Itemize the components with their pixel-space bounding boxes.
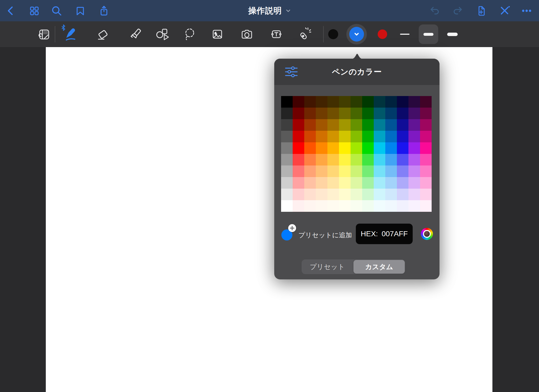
share-button[interactable] [98,4,110,17]
palette-cell[interactable] [385,119,397,131]
shapes-tool-button[interactable] [154,26,171,43]
palette-cell[interactable] [397,165,408,177]
document-title-menu[interactable]: 操作説明 [248,0,291,21]
palette-cell[interactable] [327,189,339,200]
eraser-tool-button[interactable] [94,26,111,43]
palette-cell[interactable] [293,189,304,200]
palette-cell[interactable] [408,131,420,142]
palette-cell[interactable] [374,189,385,200]
palette-cell[interactable] [397,200,408,212]
palette-cell[interactable] [385,142,397,154]
palette-cell[interactable] [327,108,339,119]
palette-cell[interactable] [351,142,362,154]
redo-button[interactable] [451,4,464,17]
palette-cell[interactable] [397,119,408,131]
palette-cell[interactable] [304,189,316,200]
palette-cell[interactable] [362,108,374,119]
palette-cell[interactable] [327,119,339,131]
palette-cell[interactable] [316,108,327,119]
palette-cell[interactable] [293,142,304,154]
add-page-button[interactable] [475,4,487,17]
palette-cell[interactable] [362,154,374,165]
palette-cell[interactable] [339,165,351,177]
palette-cell[interactable] [281,142,293,154]
palette-cell[interactable] [293,200,304,212]
palette-cell[interactable] [385,177,397,189]
palette-cell[interactable] [362,200,374,212]
palette-cell[interactable] [316,131,327,142]
palette-cell[interactable] [385,189,397,200]
hex-input[interactable]: HEX: 007AFF [356,224,413,244]
palette-cell[interactable] [397,154,408,165]
palette-cell[interactable] [316,200,327,212]
palette-cell[interactable] [374,131,385,142]
palette-cell[interactable] [397,108,408,119]
palette-cell[interactable] [397,177,408,189]
palette-cell[interactable] [293,108,304,119]
palette-cell[interactable] [408,119,420,131]
palette-cell[interactable] [362,142,374,154]
bookmark-button[interactable] [74,4,87,17]
palette-cell[interactable] [351,200,362,212]
palette-cell[interactable] [339,177,351,189]
palette-cell[interactable] [374,108,385,119]
palette-cell[interactable] [385,108,397,119]
palette-cell[interactable] [327,177,339,189]
back-button[interactable] [5,4,17,17]
palette-cell[interactable] [316,154,327,165]
undo-button[interactable] [428,4,441,17]
palette-cell[interactable] [304,142,316,154]
palette-cell[interactable] [408,177,420,189]
palette-cell[interactable] [304,131,316,142]
palette-cell[interactable] [339,119,351,131]
palette-cell[interactable] [339,189,351,200]
palette-cell[interactable] [316,142,327,154]
palette-cell[interactable] [327,96,339,108]
palette-cell[interactable] [351,154,362,165]
color-swatch-red[interactable] [378,29,387,39]
palette-cell[interactable] [339,200,351,212]
palette-cell[interactable] [420,131,432,142]
palette-cell[interactable] [327,154,339,165]
palette-cell[interactable] [316,165,327,177]
palette-cell[interactable] [281,131,293,142]
palette-cell[interactable] [362,131,374,142]
add-preset-button[interactable] [288,224,296,232]
palette-cell[interactable] [293,131,304,142]
palette-cell[interactable] [351,96,362,108]
palette-cell[interactable] [420,96,432,108]
palette-cell[interactable] [420,142,432,154]
palette-cell[interactable] [316,177,327,189]
camera-tool-button[interactable] [238,26,256,43]
palette-cell[interactable] [408,142,420,154]
palette-cell[interactable] [420,200,432,212]
palette-cell[interactable] [362,177,374,189]
palette-cell[interactable] [408,96,420,108]
palette-cell[interactable] [420,108,432,119]
palette-cell[interactable] [327,131,339,142]
palette-cell[interactable] [304,165,316,177]
palette-cell[interactable] [281,165,293,177]
palette-cell[interactable] [293,165,304,177]
palette-cell[interactable] [316,189,327,200]
palette-cell[interactable] [281,119,293,131]
palette-cell[interactable] [304,177,316,189]
palette-cell[interactable] [293,177,304,189]
stroke-width-thin-button[interactable] [395,24,415,44]
palette-cell[interactable] [385,154,397,165]
palette-cell[interactable] [281,154,293,165]
palette-cell[interactable] [420,154,432,165]
pen-mode-toggle-button[interactable] [498,4,511,17]
palette-cell[interactable] [281,108,293,119]
palette-cell[interactable] [304,108,316,119]
palette-cell[interactable] [339,108,351,119]
palette-cell[interactable] [397,189,408,200]
palette-cell[interactable] [397,131,408,142]
thumbnails-button[interactable] [28,4,41,17]
palette-cell[interactable] [420,165,432,177]
palette-cell[interactable] [351,108,362,119]
palette-cell[interactable] [362,119,374,131]
palette-cell[interactable] [339,142,351,154]
palette-cell[interactable] [281,96,293,108]
palette-cell[interactable] [327,200,339,212]
